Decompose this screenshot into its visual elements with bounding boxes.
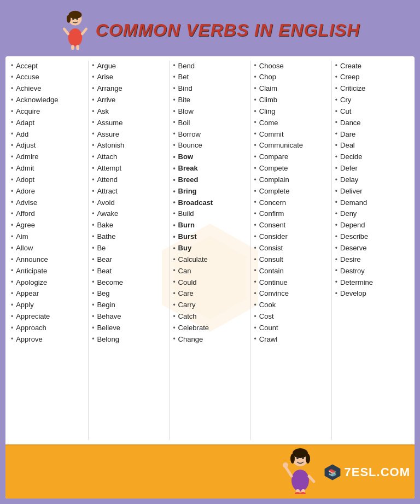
verb-item: Admire: [11, 152, 85, 163]
verb-item: Agree: [11, 220, 85, 231]
verb-item: Appreciate: [11, 312, 85, 323]
verb-item: Believe: [92, 323, 166, 333]
verb-item: Burst: [173, 232, 247, 243]
verb-item: Begin: [92, 300, 166, 311]
verb-item: Convince: [254, 289, 328, 300]
verb-item: Be: [92, 243, 166, 254]
verb-item: Defer: [335, 163, 409, 174]
svg-point-2: [68, 11, 81, 19]
logo: 📚 7ESL.COM: [324, 464, 410, 481]
footer: 📚 7ESL.COM: [5, 444, 415, 499]
verb-item: Complain: [254, 174, 328, 185]
verb-item: Communicate: [254, 140, 328, 151]
verb-item: Assume: [92, 118, 166, 128]
verb-item: Develop: [335, 289, 409, 300]
verb-item: Confirm: [254, 209, 328, 220]
verb-item: Achieve: [11, 84, 85, 95]
verb-item: Behave: [92, 312, 166, 323]
verb-item: Bring: [173, 186, 247, 197]
verb-item: Broadcast: [173, 197, 247, 208]
verb-item: Allow: [11, 243, 85, 254]
verb-item: Borrow: [173, 129, 247, 140]
main-content: AcceptAccuseAchieveAcknowledgeAcquireAda…: [5, 56, 415, 499]
svg-point-0: [68, 28, 82, 46]
verb-item: Carry: [173, 300, 247, 311]
verb-item: Apologize: [11, 277, 85, 288]
svg-point-4: [72, 18, 74, 20]
verb-column-1: AcceptAccuseAchieveAcknowledgeAcquireAda…: [8, 61, 89, 440]
verb-item: Approach: [11, 323, 85, 333]
svg-point-18: [302, 457, 304, 459]
verb-item: Dance: [335, 118, 409, 128]
svg-line-19: [285, 467, 291, 476]
verb-item: Awake: [92, 209, 166, 220]
verb-item: Bake: [92, 220, 166, 231]
verb-item: Accept: [11, 61, 85, 72]
verb-item: Beat: [92, 266, 166, 277]
verb-item: Blow: [173, 106, 247, 117]
verb-item: Change: [173, 334, 247, 345]
verb-item: Destroy: [335, 266, 409, 277]
verb-item: Can: [173, 266, 247, 277]
verb-item: Care: [173, 289, 247, 300]
verb-item: Attract: [92, 186, 166, 197]
verb-item: Afford: [11, 209, 85, 220]
svg-text:📚: 📚: [328, 468, 337, 477]
verb-item: Break: [173, 163, 247, 174]
svg-point-16: [306, 454, 310, 464]
page-container: COMMON VERBS IN ENGLISH AcceptAccuseAchi…: [0, 0, 420, 504]
verb-item: Climb: [254, 95, 328, 106]
verb-item: Adjust: [11, 140, 85, 151]
verb-item: Adore: [11, 186, 85, 197]
logo-icon: 📚: [324, 464, 341, 481]
verb-item: Commit: [254, 129, 328, 140]
verbs-columns: AcceptAccuseAchieveAcknowledgeAcquireAda…: [5, 56, 415, 444]
verb-item: Attach: [92, 152, 166, 163]
verb-item: Bet: [173, 72, 247, 83]
header: COMMON VERBS IN ENGLISH: [5, 5, 415, 56]
verb-item: Celebrate: [173, 323, 247, 333]
verb-item: Bend: [173, 61, 247, 72]
verb-item: Adopt: [11, 174, 85, 185]
svg-point-17: [296, 457, 299, 459]
verb-item: Deny: [335, 209, 409, 220]
svg-point-20: [283, 462, 288, 468]
verb-item: Demand: [335, 197, 409, 208]
verb-item: Compare: [254, 152, 328, 163]
verb-item: Catch: [173, 312, 247, 323]
verb-item: Assure: [92, 129, 166, 140]
verb-item: Ask: [92, 106, 166, 117]
verb-item: Cost: [254, 312, 328, 323]
verb-item: Decide: [335, 152, 409, 163]
verb-item: Count: [254, 323, 328, 333]
verb-item: Astonish: [92, 140, 166, 151]
verb-item: Apply: [11, 300, 85, 311]
svg-point-3: [67, 15, 71, 23]
verb-item: Continue: [254, 277, 328, 288]
verb-item: Arrange: [92, 84, 166, 95]
verb-item: Choose: [254, 61, 328, 72]
verb-item: Criticize: [335, 84, 409, 95]
verb-item: Approve: [11, 334, 85, 345]
svg-line-8: [64, 29, 68, 34]
verb-item: Delay: [335, 174, 409, 185]
verb-item: Build: [173, 209, 247, 220]
verb-item: Attempt: [92, 163, 166, 174]
verb-item: Create: [335, 61, 409, 72]
verb-column-5: CreateCreepCriticizeCryCutDanceDareDealD…: [332, 61, 412, 440]
svg-point-5: [76, 18, 78, 20]
verb-item: Determine: [335, 277, 409, 288]
girl-right-illustration: [283, 448, 318, 496]
page-title: COMMON VERBS IN ENGLISH: [96, 20, 360, 40]
verb-item: Claim: [254, 84, 328, 95]
verb-item: Bind: [173, 84, 247, 95]
verb-item: Concern: [254, 197, 328, 208]
verb-item: Belong: [92, 334, 166, 345]
verb-item: Accuse: [11, 72, 85, 83]
verb-item: Deserve: [335, 243, 409, 254]
verb-item: Compete: [254, 163, 328, 174]
verb-item: Admit: [11, 163, 85, 174]
logo-text: 7ESL.COM: [345, 465, 410, 479]
verb-item: Advise: [11, 197, 85, 208]
verb-item: Aim: [11, 232, 85, 243]
